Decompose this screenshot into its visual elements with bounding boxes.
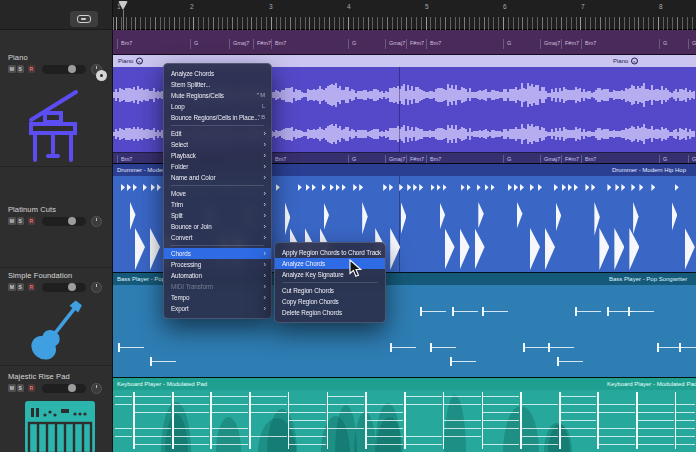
menu-item-bounce-or-join[interactable]: Bounce or Join› (164, 221, 271, 232)
volume-slider[interactable] (42, 65, 86, 74)
mute-button[interactable]: M (8, 217, 16, 225)
drum-hit (538, 184, 542, 191)
drum-hit (399, 184, 403, 191)
sustain-line (638, 428, 674, 429)
menu-item-trim[interactable]: Trim› (164, 199, 271, 210)
chord-bm7[interactable]: Bm7 (271, 39, 286, 49)
pan-knob[interactable] (91, 383, 102, 394)
chord-f-m7[interactable]: F#m7 (253, 39, 271, 49)
menu-item-apply-region-chords-to-chord-track[interactable]: Apply Region Chords to Chord Track (275, 247, 385, 258)
menu-item-cut-region-chords[interactable]: Cut Region Chords (275, 285, 385, 296)
sustain-line (367, 420, 404, 421)
bass-note (628, 307, 655, 316)
menu-item-copy-region-chords[interactable]: Copy Region Chords (275, 296, 385, 307)
note-attack (636, 392, 638, 449)
drum-hit (130, 202, 136, 230)
menu-item-playback[interactable]: Playback› (164, 150, 271, 161)
menu-item-analyze-key-signature[interactable]: Analyze Key Signature (275, 269, 385, 280)
chord-bm7[interactable]: Bm7 (117, 39, 132, 49)
record-enable-button[interactable]: R (28, 384, 36, 392)
sustain-line (328, 412, 364, 413)
menu-item-edit[interactable]: Edit› (164, 128, 271, 139)
menu-item-export[interactable]: Export› (164, 303, 271, 314)
sustain-line (135, 412, 172, 413)
drum-hit (633, 202, 639, 234)
solo-button[interactable]: S (17, 283, 25, 291)
menu-item-stem-splitter[interactable]: Stem Splitter... (164, 79, 271, 90)
menu-item-folder[interactable]: Folder› (164, 161, 271, 172)
sustain-line (406, 396, 442, 397)
chord-g[interactable]: G (190, 39, 198, 49)
mute-button[interactable]: M (8, 65, 16, 73)
menu-shortcut: ⌃B (256, 112, 265, 123)
solo-button[interactable]: S (17, 217, 25, 225)
menu-item-midi-transform: MIDI Transform› (164, 281, 271, 292)
bar-ruler[interactable]: 12345678 (113, 0, 696, 30)
record-enable-button[interactable]: R (28, 217, 36, 225)
chord-bm7[interactable]: Bm7 (581, 39, 596, 49)
drum-hit (568, 184, 572, 191)
chord-bm7[interactable]: Bm7 (426, 39, 441, 49)
track-header-config-button[interactable] (70, 11, 98, 27)
pan-knob[interactable] (91, 282, 102, 293)
mute-button[interactable]: M (8, 283, 16, 291)
volume-knob[interactable] (68, 217, 76, 225)
track-power-button[interactable] (96, 70, 107, 81)
chord-g[interactable]: G (348, 39, 356, 49)
menu-item-processing[interactable]: Processing› (164, 259, 271, 270)
chord-f-m7[interactable]: F#m7 (561, 39, 579, 49)
global-chord-track[interactable]: Bm7GGmaj7F#m7Bm7GGmaj7F#m7Bm7GGmaj7F#m7B… (113, 30, 696, 55)
drum-hit (460, 228, 470, 270)
chord-gmaj7[interactable]: Gmaj7 (385, 39, 405, 49)
pan-knob[interactable] (91, 216, 102, 227)
sustain-line (115, 396, 133, 397)
menu-item-analyze-chords[interactable]: Analyze Chords (164, 68, 271, 79)
chord-gmaj7[interactable]: Gmaj7 (688, 39, 696, 49)
drum-hit (594, 202, 600, 236)
volume-slider[interactable] (42, 384, 86, 393)
pad-swell (216, 417, 242, 452)
sustain-line (289, 412, 326, 413)
mute-button[interactable]: M (8, 384, 16, 392)
volume-slider[interactable] (42, 217, 86, 226)
keys-region[interactable] (113, 390, 696, 452)
track-header-panel: Piano M S R (0, 0, 113, 452)
bass-guitar-icon (24, 295, 88, 369)
keys-region-header[interactable]: Keyboard Player - Modulated Pad Keyboard… (113, 378, 696, 390)
menu-item-label: Trim (171, 201, 183, 208)
sustain-line (444, 396, 481, 397)
region-lane-keys[interactable]: Keyboard Player - Modulated Pad Keyboard… (113, 377, 696, 452)
volume-slider[interactable] (42, 283, 86, 292)
record-enable-button[interactable]: R (28, 283, 36, 291)
menu-item-convert[interactable]: Convert› (164, 232, 271, 243)
menu-item-delete-region-chords[interactable]: Delete Region Chords (275, 307, 385, 318)
solo-button[interactable]: S (17, 384, 25, 392)
menu-item-analyze-chords[interactable]: Analyze Chords (275, 258, 385, 269)
chord-gmaj7[interactable]: Gmaj7 (229, 39, 249, 49)
submenu-arrow-icon: › (264, 303, 266, 314)
record-enable-button[interactable]: R (28, 65, 36, 73)
volume-knob[interactable] (68, 384, 76, 392)
menu-item-mute-regions-cells[interactable]: Mute Regions/Cells⌃M (164, 90, 271, 101)
chord-g[interactable]: G (659, 39, 667, 49)
menu-item-automation[interactable]: Automation› (164, 270, 271, 281)
menu-item-chords[interactable]: Chords› (164, 248, 271, 259)
solo-button[interactable]: S (17, 65, 25, 73)
menu-item-select[interactable]: Select› (164, 139, 271, 150)
region-context-menu: Analyze ChordsStem Splitter...Mute Regio… (163, 63, 272, 319)
menu-item-bounce-regions-cells-in-place[interactable]: Bounce Regions/Cells in Place...⌃B (164, 112, 271, 123)
bass-note (452, 307, 479, 316)
menu-item-move[interactable]: Move› (164, 188, 271, 199)
menu-item-loop[interactable]: LoopL (164, 101, 271, 112)
sustain-line (135, 444, 172, 445)
playhead-line (123, 10, 124, 30)
drum-hit (431, 184, 435, 191)
volume-knob[interactable] (68, 65, 76, 73)
menu-item-name-and-color[interactable]: Name and Color› (164, 172, 271, 183)
chord-f-m7[interactable]: F#m7 (406, 39, 424, 49)
chord-g[interactable]: G (503, 39, 511, 49)
menu-item-tempo[interactable]: Tempo› (164, 292, 271, 303)
menu-item-split[interactable]: Split› (164, 210, 271, 221)
volume-knob[interactable] (68, 283, 76, 291)
chord-gmaj7[interactable]: Gmaj7 (540, 39, 560, 49)
